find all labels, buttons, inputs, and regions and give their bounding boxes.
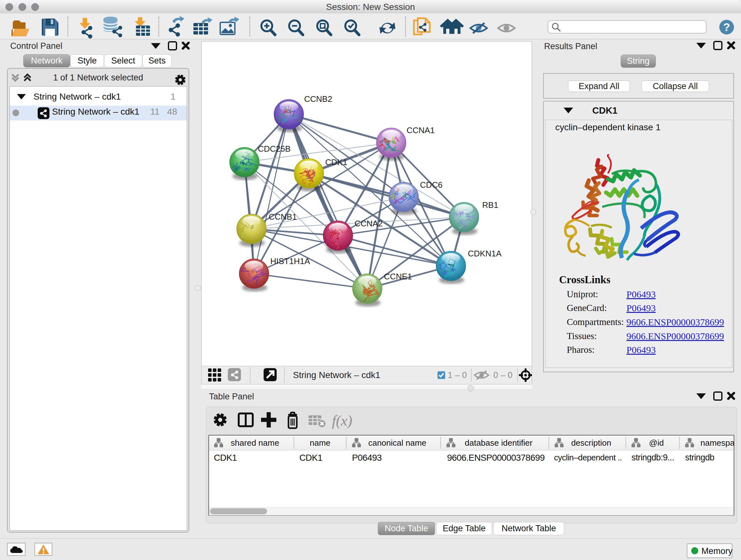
- svg-text:RB1: RB1: [482, 200, 498, 210]
- svg-text:1 – 0: 1 – 0: [448, 370, 467, 380]
- svg-text:database identifier: database identifier: [465, 438, 533, 448]
- svg-text:0 – 0: 0 – 0: [493, 370, 513, 380]
- svg-text:CCNB2: CCNB2: [304, 94, 332, 104]
- svg-text:namespace: namespace: [700, 438, 734, 448]
- svg-text:CDC25B: CDC25B: [258, 144, 291, 153]
- svg-text:CDKN1A: CDKN1A: [468, 249, 502, 258]
- svg-text:description: description: [571, 438, 611, 448]
- svg-text:String Network – cdk1: String Network – cdk1: [293, 370, 381, 380]
- svg-text:CCNB1: CCNB1: [269, 212, 297, 222]
- svg-text:CDK1: CDK1: [325, 158, 347, 167]
- svg-text:f(x): f(x): [332, 413, 352, 429]
- svg-text:CCNA2: CCNA2: [354, 219, 383, 228]
- svg-text:CCNA1: CCNA1: [407, 125, 434, 135]
- svg-text:HIST1H1A: HIST1H1A: [270, 256, 310, 266]
- svg-text:canonical name: canonical name: [368, 438, 426, 448]
- svg-text:shared name: shared name: [231, 438, 279, 448]
- svg-text:CDC6: CDC6: [420, 180, 443, 190]
- svg-text:CCNE1: CCNE1: [384, 272, 412, 281]
- svg-text:@id: @id: [649, 438, 664, 448]
- svg-text:name: name: [310, 438, 330, 448]
